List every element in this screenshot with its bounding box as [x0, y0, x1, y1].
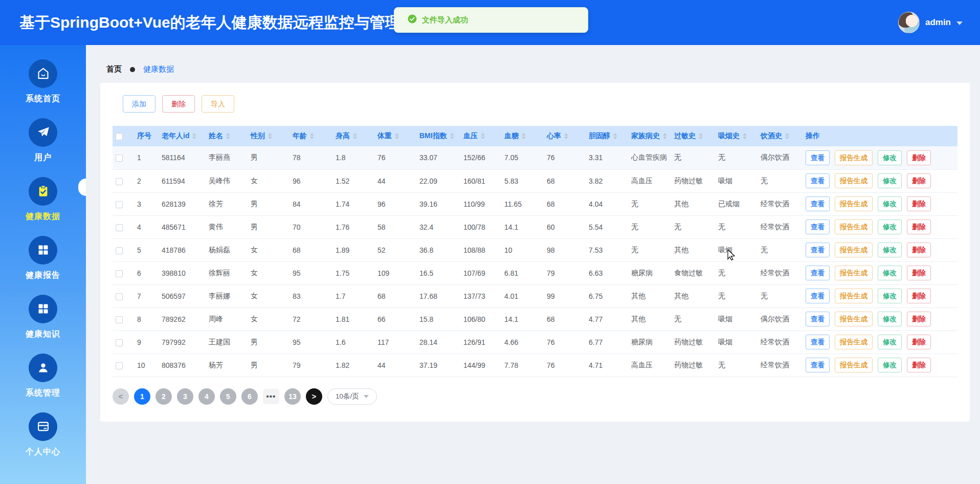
sort-carets-icon[interactable] [743, 133, 747, 139]
sidebar-item-system-management[interactable]: 系统管理 [0, 346, 86, 405]
row-checkbox[interactable] [116, 316, 123, 323]
generate-report-button[interactable]: 报告生成 [835, 173, 873, 189]
page-button-3[interactable]: 3 [177, 388, 193, 405]
delete-button[interactable]: 删除 [162, 95, 195, 113]
generate-report-button[interactable]: 报告生成 [835, 150, 873, 166]
row-checkbox[interactable] [116, 293, 123, 300]
edit-button[interactable]: 修改 [878, 150, 902, 166]
column-header-7[interactable]: 体重 [374, 126, 416, 146]
sidebar-item-health-knowledge[interactable]: 健康知识 [0, 288, 86, 346]
page-button-1[interactable]: 1 [134, 388, 150, 405]
sort-carets-icon[interactable] [226, 133, 230, 139]
page-button-5[interactable]: 5 [220, 388, 236, 405]
column-header-15[interactable]: 吸烟史 [715, 126, 758, 146]
sort-carets-icon[interactable] [785, 133, 789, 139]
sidebar-item-home[interactable]: 系统首页 [0, 52, 86, 111]
column-header-8[interactable]: BMI指数 [416, 126, 460, 146]
generate-report-button[interactable]: 报告生成 [835, 196, 873, 212]
view-button[interactable]: 查看 [806, 266, 830, 281]
sort-carets-icon[interactable] [353, 133, 357, 139]
add-button[interactable]: 添加 [123, 95, 155, 113]
user-menu[interactable]: admin [898, 11, 963, 34]
breadcrumb-current[interactable]: 健康数据 [143, 64, 174, 74]
column-header-12[interactable]: 胆固醇 [586, 126, 628, 146]
edit-button[interactable]: 修改 [878, 335, 902, 350]
delete-row-button[interactable]: 删除 [907, 219, 931, 235]
delete-row-button[interactable]: 删除 [907, 266, 931, 281]
column-header-2[interactable]: 老年人id [159, 126, 206, 146]
sort-carets-icon[interactable] [522, 133, 526, 139]
edit-button[interactable]: 修改 [878, 219, 902, 235]
column-header-9[interactable]: 血压 [460, 126, 501, 146]
delete-row-button[interactable]: 删除 [907, 173, 931, 189]
row-checkbox[interactable] [116, 362, 123, 369]
delete-row-button[interactable]: 删除 [907, 196, 931, 212]
generate-report-button[interactable]: 报告生成 [835, 243, 873, 258]
sort-carets-icon[interactable] [395, 133, 399, 139]
row-checkbox[interactable] [116, 339, 123, 346]
view-button[interactable]: 查看 [806, 150, 830, 166]
sidebar-item-health-report[interactable]: 健康报告 [0, 229, 86, 288]
delete-row-button[interactable]: 删除 [907, 150, 931, 166]
sort-carets-icon[interactable] [268, 133, 272, 139]
prev-page-button[interactable]: < [113, 388, 129, 405]
row-checkbox[interactable] [116, 270, 123, 277]
column-header-10[interactable]: 血糖 [501, 126, 544, 146]
edit-button[interactable]: 修改 [878, 243, 902, 258]
column-header-14[interactable]: 过敏史 [671, 126, 715, 146]
column-header-3[interactable]: 姓名 [206, 126, 248, 146]
delete-row-button[interactable]: 删除 [907, 358, 931, 373]
view-button[interactable]: 查看 [806, 173, 830, 189]
row-checkbox[interactable] [116, 224, 123, 231]
generate-report-button[interactable]: 报告生成 [835, 335, 873, 350]
page-button-2[interactable]: 2 [155, 388, 172, 405]
page-button-6[interactable]: 6 [241, 388, 258, 405]
sort-carets-icon[interactable] [481, 133, 485, 139]
generate-report-button[interactable]: 报告生成 [835, 289, 873, 304]
generate-report-button[interactable]: 报告生成 [835, 358, 873, 373]
select-all-checkbox[interactable] [116, 133, 123, 140]
delete-row-button[interactable]: 删除 [907, 243, 931, 258]
sort-carets-icon[interactable] [192, 133, 196, 139]
generate-report-button[interactable]: 报告生成 [835, 266, 873, 281]
column-header-16[interactable]: 饮酒史 [758, 126, 803, 146]
sidebar-item-profile[interactable]: 个人中心 [0, 405, 86, 464]
next-page-button[interactable]: > [306, 388, 322, 405]
sort-carets-icon[interactable] [663, 133, 667, 139]
generate-report-button[interactable]: 报告生成 [835, 312, 873, 327]
column-header-6[interactable]: 身高 [332, 126, 374, 146]
edit-button[interactable]: 修改 [878, 312, 902, 327]
sidebar-item-health-data[interactable]: 健康数据 [0, 170, 86, 229]
sort-carets-icon[interactable] [310, 133, 314, 139]
edit-button[interactable]: 修改 [878, 358, 902, 373]
view-button[interactable]: 查看 [806, 335, 830, 350]
generate-report-button[interactable]: 报告生成 [835, 219, 873, 235]
import-button[interactable]: 导入 [202, 95, 234, 113]
delete-row-button[interactable]: 删除 [907, 312, 931, 327]
row-checkbox[interactable] [116, 155, 123, 162]
row-checkbox[interactable] [116, 178, 123, 185]
view-button[interactable]: 查看 [806, 196, 830, 212]
delete-row-button[interactable]: 删除 [907, 289, 931, 304]
sort-carets-icon[interactable] [699, 133, 703, 139]
page-ellipsis[interactable]: ••• [263, 389, 279, 404]
view-button[interactable]: 查看 [806, 358, 830, 373]
column-header-13[interactable]: 家族病史 [628, 126, 671, 146]
column-header-5[interactable]: 年龄 [289, 126, 332, 146]
page-button-4[interactable]: 4 [198, 388, 215, 405]
edit-button[interactable]: 修改 [878, 173, 902, 189]
sidebar-item-users[interactable]: 用户 [0, 111, 86, 170]
page-size-select[interactable]: 10条/页 [327, 388, 377, 405]
sort-carets-icon[interactable] [613, 133, 617, 139]
column-header-4[interactable]: 性别 [248, 126, 289, 146]
edit-button[interactable]: 修改 [878, 289, 902, 304]
page-button-13[interactable]: 13 [284, 388, 301, 405]
view-button[interactable]: 查看 [806, 243, 830, 258]
edit-button[interactable]: 修改 [878, 266, 902, 281]
sort-carets-icon[interactable] [564, 133, 568, 139]
view-button[interactable]: 查看 [806, 289, 830, 304]
view-button[interactable]: 查看 [806, 312, 830, 327]
delete-row-button[interactable]: 删除 [907, 335, 931, 350]
row-checkbox[interactable] [116, 201, 123, 208]
view-button[interactable]: 查看 [806, 219, 830, 235]
